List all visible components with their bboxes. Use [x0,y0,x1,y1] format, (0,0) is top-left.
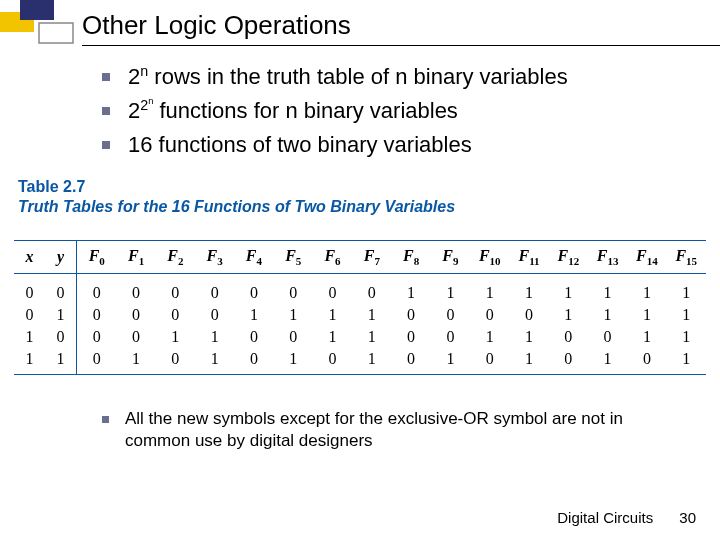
table-cell: 1 [313,326,352,348]
table-cell: 0 [77,326,117,348]
svg-rect-2 [39,23,73,43]
square-bullet-icon [102,141,110,149]
table-cell: 0 [549,348,588,375]
table-cell: 0 [45,274,77,305]
table-cell: 0 [156,304,195,326]
table-title: Truth Tables for the 16 Functions of Two… [18,198,455,215]
table-cell: 0 [116,326,155,348]
footer-course: Digital Circuits [557,509,653,526]
table-cell: 1 [274,348,313,375]
table-row: 110101010101010101 [14,348,706,375]
bullet-text: 16 functions of two binary variables [128,130,472,160]
table-cell: 1 [116,348,155,375]
table-cell: 0 [14,274,45,305]
footnote-text: All the new symbols except for the exclu… [125,408,680,452]
table-cell: 1 [627,304,666,326]
col-header-y: y [45,241,77,274]
col-header-fn: F3 [195,241,234,274]
table-cell: 1 [588,274,627,305]
footer-page-number: 30 [679,509,696,526]
table-cell: 1 [14,348,45,375]
table-cell: 0 [77,348,117,375]
table-cell: 0 [116,274,155,305]
table-cell: 1 [352,304,391,326]
table-cell: 0 [391,348,430,375]
table-cell: 1 [274,304,313,326]
col-header-fn: F13 [588,241,627,274]
table-cell: 1 [667,274,706,305]
table-cell: 1 [234,304,273,326]
table-cell: 1 [667,304,706,326]
table-cell: 0 [195,274,234,305]
table-cell: 0 [234,348,273,375]
table-cell: 1 [588,304,627,326]
table-cell: 0 [313,348,352,375]
col-header-fn: F8 [391,241,430,274]
table-cell: 0 [627,348,666,375]
table-cell: 1 [549,304,588,326]
col-header-fn: F6 [313,241,352,274]
corner-decoration [0,0,80,60]
col-header-fn: F0 [77,241,117,274]
square-bullet-icon [102,73,110,81]
table-cell: 0 [549,326,588,348]
col-header-fn: F11 [509,241,548,274]
slide-footer: Digital Circuits 30 [557,509,696,526]
table-cell: 0 [234,274,273,305]
table-cell: 1 [470,274,509,305]
square-bullet-icon [102,416,109,423]
bullet-item: 22n functions for n binary variables [102,96,690,126]
table-cell: 0 [116,304,155,326]
slide-title: Other Logic Operations [82,10,700,41]
table-cell: 1 [509,348,548,375]
footnote-block: All the new symbols except for the exclu… [102,408,680,452]
table-caption: Table 2.7 Truth Tables for the 16 Functi… [18,178,455,216]
table-cell: 0 [470,304,509,326]
table-cell: 1 [45,348,77,375]
bullet-item: 16 functions of two binary variables [102,130,690,160]
table-cell: 1 [667,348,706,375]
truth-table: xyF0F1F2F3F4F5F6F7F8F9F10F11F12F13F14F15… [14,240,706,375]
col-header-fn: F2 [156,241,195,274]
table-cell: 0 [470,348,509,375]
table-cell: 0 [77,274,117,305]
col-header-fn: F4 [234,241,273,274]
col-header-fn: F7 [352,241,391,274]
table-cell: 0 [313,274,352,305]
table-cell: 1 [195,348,234,375]
table-cell: 0 [352,274,391,305]
table-cell: 1 [14,326,45,348]
svg-rect-1 [20,0,54,20]
svg-rect-0 [0,12,34,32]
bullet-list: 2n rows in the truth table of n binary v… [102,62,690,164]
table-cell: 0 [274,274,313,305]
table-cell: 1 [313,304,352,326]
table-row: 100011001100110011 [14,326,706,348]
table-cell: 1 [588,348,627,375]
table-cell: 1 [431,348,470,375]
bullet-item: 2n rows in the truth table of n binary v… [102,62,690,92]
col-header-fn: F9 [431,241,470,274]
col-header-fn: F10 [470,241,509,274]
col-header-fn: F5 [274,241,313,274]
table-cell: 0 [509,304,548,326]
table-cell: 1 [352,348,391,375]
table-cell: 0 [14,304,45,326]
table-cell: 0 [431,304,470,326]
table-number: Table 2.7 [18,178,455,196]
title-underline [82,45,720,46]
table-cell: 0 [77,304,117,326]
table-cell: 1 [667,326,706,348]
table-row: 010000111100001111 [14,304,706,326]
table-row: 000000000011111111 [14,274,706,305]
table-cell: 1 [431,274,470,305]
table-cell: 1 [627,274,666,305]
table-cell: 1 [352,326,391,348]
table-cell: 1 [627,326,666,348]
table-cell: 0 [45,326,77,348]
col-header-fn: F15 [667,241,706,274]
square-bullet-icon [102,107,110,115]
table-cell: 0 [588,326,627,348]
table-cell: 1 [509,326,548,348]
bullet-text: 2n rows in the truth table of n binary v… [128,62,568,92]
